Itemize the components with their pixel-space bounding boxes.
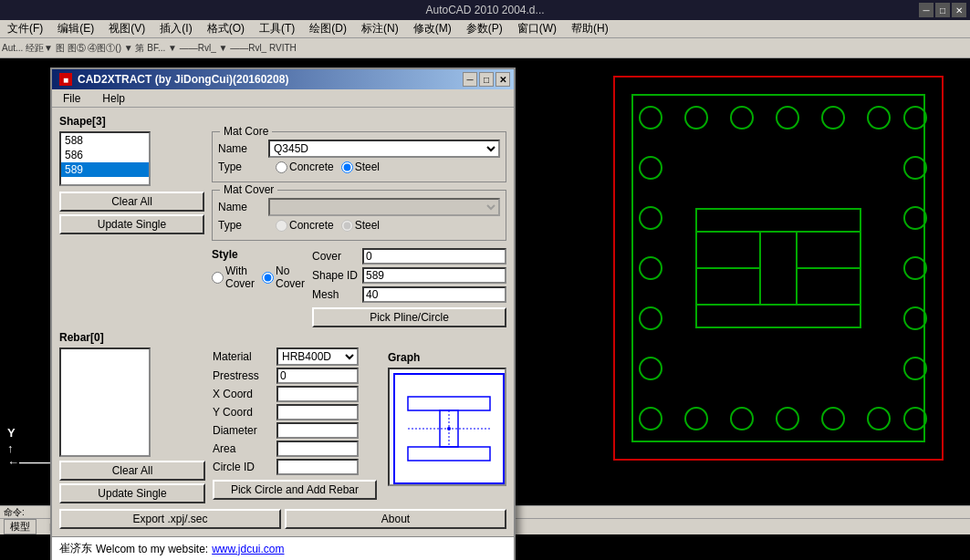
svg-point-20	[640, 358, 662, 379]
rebar-form: Material HRB400D Prestress X Coord	[213, 347, 377, 503]
footer-website[interactable]: www.jdcui.com	[212, 543, 284, 555]
rebar-prestress-row: Prestress	[213, 368, 377, 384]
dialog-footer: 崔济东 Welcom to my website: www.jdcui.com	[52, 536, 514, 560]
clear-all-button-1[interactable]: Clear All	[59, 192, 204, 212]
steel-radio[interactable]	[341, 161, 353, 173]
rebar-material-label: Material	[213, 350, 276, 363]
steel-radio-label[interactable]: Steel	[341, 161, 380, 173]
menu-tools[interactable]: 工具(T)	[256, 21, 298, 36]
with-cover-label[interactable]: With Cover	[212, 264, 255, 290]
mesh-input[interactable]	[362, 286, 506, 303]
rebar-ycoord-input[interactable]	[276, 404, 359, 420]
rebar-circleid-input[interactable]	[276, 459, 359, 475]
menu-draw[interactable]: 绘图(D)	[306, 21, 350, 36]
menu-window[interactable]: 窗口(W)	[514, 21, 560, 36]
with-cover-radio[interactable]	[212, 272, 224, 284]
style-radio-row: With Cover No Cover	[212, 264, 305, 290]
cover-concrete-radio	[276, 220, 287, 232]
menu-help[interactable]: 帮助(H)	[568, 21, 612, 36]
rebar-diameter-input[interactable]	[276, 422, 359, 439]
no-cover-radio[interactable]	[262, 272, 274, 284]
no-cover-label[interactable]: No Cover	[262, 264, 305, 290]
svg-point-19	[640, 307, 662, 329]
update-single-button-1[interactable]: Update Single	[59, 214, 204, 234]
rebar-circleid-label: Circle ID	[213, 461, 276, 473]
mat-cover-name-row: Name	[218, 198, 500, 216]
clear-all-rebar-button[interactable]: Clear All	[59, 461, 205, 481]
shape-id-input[interactable]	[362, 267, 506, 284]
menu-dimension[interactable]: 标注(N)	[358, 21, 402, 36]
dialog-restore[interactable]: □	[479, 72, 494, 87]
rebar-area-input[interactable]	[276, 441, 359, 457]
dialog-menu-help[interactable]: Help	[99, 92, 129, 105]
svg-point-13	[822, 408, 844, 430]
style-section: Style With Cover No Cover	[212, 248, 506, 327]
menu-edit[interactable]: 编辑(E)	[54, 21, 98, 36]
svg-rect-0	[614, 77, 943, 460]
menu-file[interactable]: 文件(F)	[4, 21, 47, 36]
concrete-radio[interactable]	[276, 161, 287, 173]
cover-concrete-radio-label: Concrete	[276, 219, 334, 232]
svg-point-2	[640, 107, 662, 129]
shape-section-label: Shape[3]	[59, 115, 506, 128]
svg-rect-36	[408, 447, 490, 461]
style-left: Style With Cover No Cover	[212, 248, 305, 327]
cmd-text: 命令:	[4, 506, 25, 519]
svg-rect-26	[696, 209, 860, 232]
pick-circle-rebar-button[interactable]: Pick Circle and Add Rebar	[213, 480, 377, 500]
minimize-button[interactable]: ─	[919, 3, 933, 17]
dialog-win-controls: ─ □ ✕	[463, 72, 510, 87]
cover-concrete-label: Concrete	[289, 219, 334, 232]
rebar-xcoord-row: X Coord	[213, 386, 377, 402]
menu-params[interactable]: 参数(P)	[463, 21, 506, 36]
dialog-close[interactable]: ✕	[495, 72, 510, 87]
pick-pline-circle-button[interactable]: Pick Pline/Circle	[312, 307, 506, 327]
with-cover-text: With Cover	[225, 264, 255, 290]
close-button[interactable]: ✕	[952, 3, 966, 17]
menu-format[interactable]: 格式(O)	[203, 21, 248, 36]
dialog-menu-file[interactable]: File	[59, 92, 84, 105]
menu-insert[interactable]: 插入(I)	[156, 21, 195, 36]
svg-point-4	[731, 107, 753, 129]
cover-input[interactable]	[362, 248, 506, 264]
shape-item-589[interactable]: 589	[61, 162, 149, 177]
svg-point-10	[685, 408, 707, 430]
svg-point-15	[904, 408, 926, 430]
rebar-area-row: Area	[213, 441, 377, 457]
update-single-rebar-button[interactable]: Update Single	[59, 483, 205, 503]
export-button[interactable]: Export .xpj/.sec	[59, 509, 281, 529]
svg-point-25	[904, 358, 926, 379]
mat-core-name-select[interactable]: Q345D	[268, 140, 500, 158]
rebar-label: Rebar[0]	[59, 331, 506, 344]
svg-point-18	[640, 257, 662, 279]
footer-author: 崔济东	[59, 541, 92, 556]
mat-core-group: Mat Core Name Q345D Type	[212, 131, 506, 182]
rebar-list[interactable]	[59, 347, 151, 457]
rebar-material-select[interactable]: HRB400D	[276, 347, 359, 366]
menu-modify[interactable]: 修改(M)	[410, 21, 455, 36]
shape-item-586[interactable]: 586	[61, 148, 149, 162]
tab-model[interactable]: 模型	[4, 519, 37, 534]
svg-point-12	[777, 408, 798, 430]
mesh-row: Mesh	[312, 286, 506, 303]
style-right: Cover Shape ID Mesh Pick Pli	[312, 248, 506, 327]
dialog-body: Shape[3] 588 586 589 Clear All Update Si…	[52, 108, 514, 536]
menu-view[interactable]: 视图(V)	[105, 21, 149, 36]
rebar-prestress-label: Prestress	[213, 369, 276, 382]
rebar-xcoord-input[interactable]	[276, 386, 359, 402]
rebar-ycoord-row: Y Coord	[213, 404, 377, 420]
rebar-material-row: Material HRB400D	[213, 347, 377, 366]
cad-drawing	[605, 67, 952, 469]
right-section: Mat Core Name Q345D Type	[212, 131, 506, 327]
main-content: Y ↑ ←————→ X ■ CAD2XTRACT (by JiDongCui)…	[0, 58, 970, 505]
shape-buttons: Clear All Update Single	[59, 192, 204, 234]
shape-list[interactable]: 588 586 589	[59, 131, 151, 186]
restore-button[interactable]: □	[935, 3, 950, 17]
rebar-buttons: Clear All Update Single	[59, 461, 205, 503]
shape-item-588[interactable]: 588	[61, 133, 149, 148]
mat-cover-type-label: Type	[218, 219, 268, 232]
concrete-radio-label[interactable]: Concrete	[276, 161, 334, 173]
dialog-minimize[interactable]: ─	[463, 72, 477, 87]
about-button[interactable]: About	[285, 509, 506, 529]
rebar-prestress-input[interactable]	[276, 368, 359, 384]
